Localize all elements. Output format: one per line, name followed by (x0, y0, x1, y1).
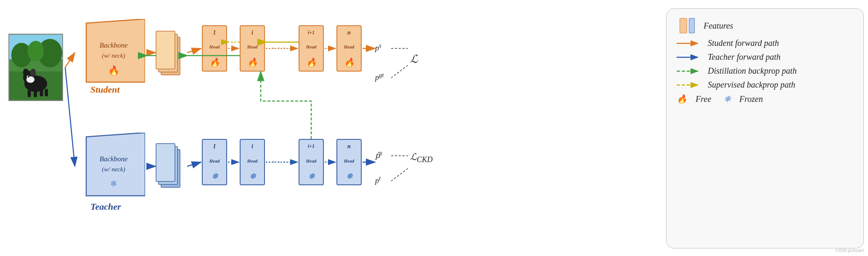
head-number: 1 (213, 143, 216, 150)
teacher-head-i: i Head ❄ (240, 139, 265, 185)
head-number: i (251, 143, 253, 150)
legend-student-path: Student forward path (677, 38, 853, 48)
supervised-path-label: Supervised backprop path (708, 80, 795, 90)
svg-point-5 (28, 41, 44, 61)
phats-label: p̂s (375, 149, 382, 160)
loss-l-label: ℒ (410, 53, 418, 66)
snow-icon-th1: ❄ (212, 172, 218, 181)
svg-line-43 (187, 48, 201, 53)
svg-rect-27 (156, 31, 175, 69)
student-head-1: 1 Head 🔥 (202, 25, 227, 72)
legend-free-frozen: 🔥 Free ❄ Frozen (677, 94, 853, 104)
svg-text:❄: ❄ (110, 179, 117, 188)
feature-orange-rect (680, 18, 687, 33)
distillation-path-label: Distillation backprop path (708, 66, 797, 76)
distillation-arrow-icon (677, 68, 702, 75)
head-label: Head (247, 158, 257, 163)
teacher-path-label: Teacher forward path (708, 52, 781, 62)
head-label: Head (344, 158, 354, 163)
head-number: i+1 (308, 29, 315, 36)
dog-image-svg (9, 35, 62, 100)
snowflake-icon-legend: ❄ (724, 94, 731, 104)
loss-ckd-label: ℒCKD (410, 152, 433, 164)
student-feature-stack (155, 29, 186, 83)
features-icon (677, 17, 698, 34)
snow-icon-th4: ❄ (346, 172, 352, 181)
fire-icon-sh4: 🔥 (344, 57, 355, 67)
svg-rect-13 (28, 90, 31, 97)
head-number: i+1 (308, 143, 315, 149)
head-label: Head (209, 158, 220, 163)
frozen-label: Frozen (739, 94, 763, 104)
student-head-i1: i+1 Head 🔥 (299, 25, 324, 72)
fire-icon-sh1: 🔥 (209, 57, 220, 67)
pt-label: pt (375, 175, 381, 185)
feature-blue-rect (689, 18, 695, 33)
student-dots: · · · (273, 44, 286, 53)
head-label: Head (344, 44, 354, 49)
head-number: n (347, 29, 351, 36)
free-label: Free (696, 94, 711, 104)
legend-supervised-path: Supervised backprop path (677, 80, 853, 90)
student-head-n: n Head 🔥 (336, 25, 362, 72)
snow-icon-th2: ❄ (249, 172, 256, 181)
teacher-backbone-shape: Backbone (w/ neck) ❄ (74, 133, 145, 200)
teacher-arrow-icon (677, 54, 702, 61)
legend-box: Features Student forward path (666, 8, 864, 248)
legend-teacher-path: Teacher forward path (677, 52, 853, 62)
input-image (8, 34, 63, 101)
teacher-head-n: n Head ❄ (336, 139, 362, 185)
svg-text:Backbone: Backbone (99, 41, 127, 49)
legend-distillation-path: Distillation backprop path (677, 66, 853, 76)
head-label: Head (247, 44, 257, 49)
features-label: Features (704, 21, 733, 31)
student-label: Student (90, 84, 120, 95)
svg-rect-15 (40, 89, 43, 96)
svg-line-61 (391, 168, 408, 181)
svg-rect-16 (45, 89, 48, 96)
svg-rect-30 (156, 144, 175, 181)
pgt-label: pgt (375, 72, 384, 82)
student-head-i: i Head 🔥 (240, 25, 265, 72)
fire-icon-sh3: 🔥 (306, 57, 317, 67)
legend-features: Features (677, 17, 853, 34)
fire-icon-legend: 🔥 (677, 94, 687, 104)
watermark: CSDN @zhyu63 (835, 248, 864, 253)
snow-icon-th3: ❄ (308, 172, 315, 181)
svg-rect-14 (34, 90, 37, 97)
head-label: Head (306, 158, 316, 163)
svg-line-48 (187, 162, 201, 166)
head-number: n (347, 143, 351, 150)
teacher-feature-stack (155, 141, 186, 196)
teacher-dots: · · · (273, 158, 286, 167)
head-label: Head (306, 44, 316, 49)
svg-text:Backbone: Backbone (99, 155, 127, 163)
svg-text:(w/ neck): (w/ neck) (102, 166, 125, 173)
svg-point-12 (28, 76, 29, 77)
supervised-arrow-icon (677, 82, 702, 88)
teacher-head-1: 1 Head ❄ (202, 139, 227, 185)
svg-text:🔥: 🔥 (108, 65, 120, 76)
head-label: Head (209, 44, 220, 49)
head-number: 1 (213, 29, 216, 36)
teacher-head-i1: i+1 Head ❄ (299, 139, 324, 185)
student-backbone-shape: Backbone (w/ neck) 🔥 (74, 19, 145, 86)
ps-label: ps (375, 42, 381, 53)
fire-icon-sh2: 🔥 (247, 57, 258, 67)
svg-line-59 (391, 65, 408, 78)
svg-text:(w/ neck): (w/ neck) (102, 52, 125, 59)
student-path-label: Student forward path (708, 38, 779, 48)
student-arrow-icon (677, 40, 702, 47)
head-number: i (251, 29, 253, 36)
teacher-label: Teacher (90, 201, 121, 212)
